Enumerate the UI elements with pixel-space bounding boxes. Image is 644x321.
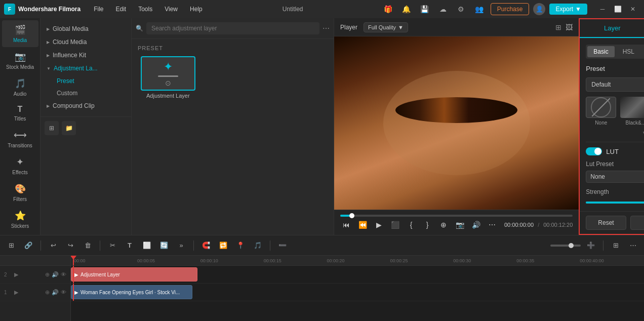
close-button[interactable]: ✕ bbox=[626, 2, 640, 16]
tl-plus-btn[interactable]: ➕ bbox=[584, 238, 598, 253]
tl-layout-btn[interactable]: ⊞ bbox=[4, 238, 18, 253]
preset-dropdown[interactable]: Default ▼ bbox=[586, 77, 644, 92]
tl-magnet-btn[interactable]: 🧲 bbox=[199, 238, 213, 253]
mark-out-btn[interactable]: } bbox=[421, 219, 433, 231]
community-icon[interactable]: 👥 bbox=[472, 2, 487, 16]
play-btn[interactable]: ▶ bbox=[373, 219, 385, 231]
toolbar-item-media[interactable]: 🎬 Media bbox=[2, 20, 38, 47]
panel-item-adjustment-layer[interactable]: ▼ Adjustment La... bbox=[41, 62, 131, 75]
skip-back-btn[interactable]: ⏮ bbox=[340, 219, 352, 231]
tl-rotate-btn[interactable]: 🔄 bbox=[157, 238, 171, 253]
panel-sub-item-preset[interactable]: Preset bbox=[41, 75, 131, 87]
toolbar-item-stickers[interactable]: ⭐ Stickers bbox=[2, 206, 38, 233]
preset-option-none[interactable]: None bbox=[586, 97, 616, 126]
menu-file[interactable]: File bbox=[92, 5, 105, 14]
reset-button[interactable]: Reset bbox=[586, 216, 626, 230]
search-bar: 🔍 ⋯ bbox=[132, 18, 334, 39]
tl-more-btn[interactable]: » bbox=[174, 238, 188, 253]
color-tab-basic[interactable]: Basic bbox=[587, 46, 614, 57]
tl-dots-btn[interactable]: ⋯ bbox=[626, 238, 640, 253]
toolbar-item-filters[interactable]: 🎨 Filters bbox=[2, 179, 38, 206]
panel-item-compound-clip[interactable]: ▶ Compound Clip bbox=[41, 99, 131, 112]
panel-label-influence-kit: Influence Kit bbox=[53, 52, 86, 59]
tl-crop-btn[interactable]: ⬜ bbox=[140, 238, 154, 253]
toolbar-item-transitions[interactable]: ⟷ Transitions bbox=[2, 126, 38, 152]
menu-help[interactable]: Help bbox=[188, 5, 205, 14]
user-avatar[interactable]: 👤 bbox=[533, 3, 545, 15]
track-add-icon[interactable]: ⊕ bbox=[45, 271, 50, 278]
menu-view[interactable]: View bbox=[163, 5, 180, 14]
toolbar-item-audio[interactable]: 🎵 Audio bbox=[2, 74, 38, 101]
right-panel: Layer Color Basic HSL Cur... ⊞ Preset De… bbox=[579, 18, 644, 235]
maximize-button[interactable]: ⬜ bbox=[611, 2, 625, 16]
tl-minus-btn[interactable]: ➖ bbox=[275, 238, 290, 253]
tl-zoom-row bbox=[550, 245, 581, 247]
tl-cut-btn[interactable]: ✂ bbox=[105, 238, 119, 253]
audio-btn[interactable]: 🔊 bbox=[470, 219, 482, 231]
progress-bar[interactable] bbox=[340, 215, 573, 217]
gift-icon[interactable]: 🎁 bbox=[381, 2, 395, 16]
menu-tools[interactable]: Tools bbox=[136, 5, 154, 14]
camera-btn[interactable]: 📷 bbox=[454, 219, 466, 231]
tl-zoom-slider[interactable] bbox=[550, 245, 581, 247]
playhead-triangle bbox=[71, 256, 76, 260]
tl-zoom-knob[interactable] bbox=[569, 243, 574, 248]
tl-marker-btn[interactable]: 📍 bbox=[233, 238, 248, 253]
cloud-icon[interactable]: ☁ bbox=[436, 2, 450, 16]
titlebar-actions: 🎁 🔔 💾 ☁ ⚙ 👥 Purchase 👤 Export ▼ ─ ⬜ ✕ bbox=[381, 2, 640, 16]
fullscreen-icon[interactable]: 🖼 bbox=[566, 23, 573, 31]
export-button[interactable]: Export ▼ bbox=[549, 4, 587, 15]
stop-btn[interactable]: ⬛ bbox=[389, 219, 401, 231]
color-tab-hsl[interactable]: HSL bbox=[617, 46, 640, 57]
panel-item-global-media[interactable]: ▶ Global Media bbox=[41, 22, 131, 35]
import-btn[interactable]: 📁 bbox=[62, 121, 76, 135]
tl-delete-btn[interactable]: 🗑 bbox=[80, 238, 95, 253]
track-eye-icon[interactable]: 👁 bbox=[61, 271, 66, 278]
lut-preset-select[interactable]: None ▼ bbox=[586, 171, 644, 183]
clip-adjustment[interactable]: ▶ Adjustment Layer bbox=[71, 267, 197, 282]
toolbar-label-filters: Filters bbox=[13, 196, 27, 202]
menu-edit[interactable]: Edit bbox=[113, 5, 128, 14]
grid-view-icon[interactable]: ⊞ bbox=[555, 23, 561, 31]
lut-toggle[interactable] bbox=[586, 147, 602, 155]
tl-text-btn[interactable]: T bbox=[123, 238, 137, 253]
quality-selector[interactable]: Full Quality ▼ bbox=[364, 22, 408, 32]
options-button[interactable]: ⋯ bbox=[323, 24, 330, 32]
tl-audio-btn[interactable]: 🎵 bbox=[251, 238, 265, 253]
progress-handle[interactable] bbox=[349, 213, 354, 218]
tl-grid-btn[interactable]: ⊞ bbox=[609, 238, 623, 253]
tab-layer[interactable]: Layer bbox=[580, 19, 644, 38]
minimize-button[interactable]: ─ bbox=[595, 2, 610, 16]
clip-video[interactable]: ▶ Woman Face Opening Eyes Girl · Stock V… bbox=[71, 285, 192, 299]
panel-sub-item-custom[interactable]: Custom bbox=[41, 87, 131, 99]
track-audio-icon[interactable]: 🔊 bbox=[52, 271, 59, 278]
tl-link-btn[interactable]: 🔗 bbox=[21, 238, 35, 253]
tl-loop-btn[interactable]: 🔁 bbox=[216, 238, 230, 253]
more-btn[interactable]: ⋯ bbox=[486, 219, 498, 231]
panel-item-cloud-media[interactable]: ▶ Cloud Media bbox=[41, 35, 131, 49]
add-marker-btn[interactable]: ⊕ bbox=[437, 219, 450, 231]
toolbar-item-titles[interactable]: T Titles bbox=[2, 101, 38, 126]
panel-item-influence-kit[interactable]: ▶ Influence Kit bbox=[41, 49, 131, 62]
search-input[interactable] bbox=[146, 22, 319, 34]
toolbar-item-stock-media[interactable]: 📷 Stock Media bbox=[2, 47, 38, 74]
preset-item-adjustment[interactable]: ✦ ⊙ Adjustment Layer bbox=[138, 56, 198, 99]
track-eye-icon-1[interactable]: 👁 bbox=[61, 289, 66, 296]
track-audio-icon-1[interactable]: 🔊 bbox=[52, 289, 59, 296]
step-back-btn[interactable]: ⏪ bbox=[356, 219, 369, 231]
upgrade-icon[interactable]: 🔔 bbox=[399, 2, 414, 16]
strength-slider[interactable] bbox=[586, 202, 644, 204]
mark-in-btn[interactable]: { bbox=[405, 219, 417, 231]
purchase-button[interactable]: Purchase bbox=[491, 3, 530, 15]
save-icon[interactable]: 💾 bbox=[418, 2, 432, 16]
track-add-icon-1[interactable]: ⊕ bbox=[45, 289, 50, 296]
preset-option-black[interactable]: Black&... bbox=[620, 97, 644, 126]
tl-undo-btn[interactable]: ↩ bbox=[46, 238, 60, 253]
keyframe-panel-button[interactable]: Keyframe Panel bbox=[630, 216, 644, 230]
toolbar-item-effects[interactable]: ✦ Effects bbox=[2, 152, 38, 179]
tl-redo-btn[interactable]: ↪ bbox=[63, 238, 77, 253]
toolbar-label-titles: Titles bbox=[14, 116, 26, 122]
add-media-btn[interactable]: ⊞ bbox=[45, 121, 59, 135]
settings-icon[interactable]: ⚙ bbox=[454, 2, 468, 16]
playhead[interactable] bbox=[73, 256, 74, 265]
